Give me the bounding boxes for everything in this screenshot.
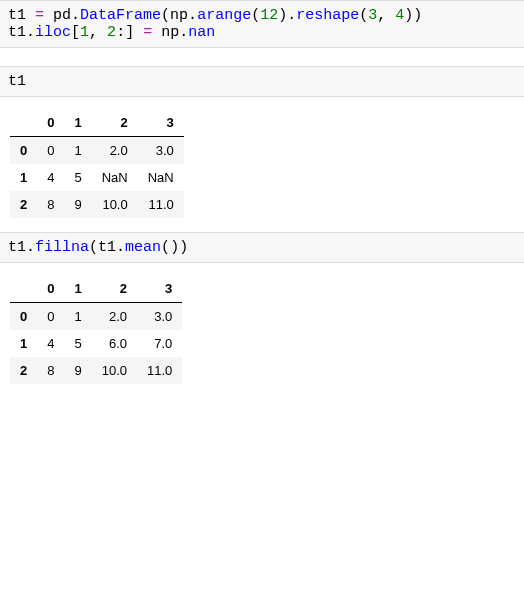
table-cell: 9 <box>64 191 91 218</box>
code-token: mean <box>125 239 161 256</box>
code-token: ) <box>413 7 422 24</box>
table-cell: 2.0 <box>92 303 137 331</box>
table-col-header: 3 <box>138 109 184 137</box>
code-token: ( <box>89 239 98 256</box>
table-row-header: 2 <box>10 191 37 218</box>
table-col-header: 2 <box>92 275 137 303</box>
code-token: ] <box>125 24 134 41</box>
code-token: 4 <box>395 7 404 24</box>
table-cell: 5 <box>64 330 91 357</box>
table-cell: 11.0 <box>137 357 182 384</box>
code-token: . <box>188 7 197 24</box>
code-token: 3 <box>368 7 377 24</box>
table-cell: 10.0 <box>92 357 137 384</box>
code-token: DataFrame <box>80 7 161 24</box>
table-cell: 3.0 <box>138 137 184 165</box>
table-cell: 0 <box>37 137 64 165</box>
code-token: 1 <box>80 24 89 41</box>
table-row: 0 0 1 2.0 3.0 <box>10 137 184 165</box>
code-cell-2: t1 <box>0 66 524 97</box>
table-cell: 1 <box>64 303 91 331</box>
code-token: reshape <box>296 7 359 24</box>
code-cell-3: t1.fillna(t1.mean()) <box>0 232 524 263</box>
table-row-header: 1 <box>10 164 37 191</box>
dataframe-table-1: 0 1 2 3 0 0 1 2.0 3.0 1 4 5 NaN NaN 2 8 … <box>10 109 184 218</box>
code-token: ) <box>170 239 179 256</box>
code-token <box>98 24 107 41</box>
table-col-header: 3 <box>137 275 182 303</box>
output-area-1: 0 1 2 3 0 0 1 2.0 3.0 1 4 5 NaN NaN 2 8 … <box>0 97 524 232</box>
code-token: nan <box>188 24 215 41</box>
table-cell: 4 <box>37 330 64 357</box>
table-row: 2 8 9 10.0 11.0 <box>10 191 184 218</box>
code-token: ) <box>278 7 287 24</box>
table-cell: 8 <box>37 357 64 384</box>
table-corner <box>10 275 37 303</box>
table-cell: 1 <box>64 137 91 165</box>
code-token: . <box>71 7 80 24</box>
table-cell: NaN <box>138 164 184 191</box>
code-token: = <box>26 7 53 24</box>
table-row-header: 1 <box>10 330 37 357</box>
table-cell: 4 <box>37 164 64 191</box>
table-cell: 2.0 <box>92 137 138 165</box>
code-token: pd <box>53 7 71 24</box>
code-token: t1 <box>8 7 26 24</box>
code-token: t1 <box>98 239 116 256</box>
code-token: . <box>116 239 125 256</box>
code-token: iloc <box>35 24 71 41</box>
code-token: = <box>134 24 161 41</box>
table-row: 1 4 5 6.0 7.0 <box>10 330 182 357</box>
output-area-2: 0 1 2 3 0 0 1 2.0 3.0 1 4 5 6.0 7.0 2 8 … <box>0 263 524 398</box>
table-cell: 8 <box>37 191 64 218</box>
code-token: ( <box>161 239 170 256</box>
table-col-header: 1 <box>64 109 91 137</box>
code-token: . <box>287 7 296 24</box>
table-cell: NaN <box>92 164 138 191</box>
code-token: arange <box>197 7 251 24</box>
code-token: ( <box>161 7 170 24</box>
table-cell: 5 <box>64 164 91 191</box>
table-col-header: 2 <box>92 109 138 137</box>
table-cell: 3.0 <box>137 303 182 331</box>
code-token: . <box>26 239 35 256</box>
table-col-header: 0 <box>37 275 64 303</box>
code-token: ( <box>359 7 368 24</box>
code-token: ) <box>179 239 188 256</box>
code-token: [ <box>71 24 80 41</box>
table-row-header: 0 <box>10 137 37 165</box>
code-token: np <box>161 24 179 41</box>
code-token: t1 <box>8 24 26 41</box>
code-token: 12 <box>260 7 278 24</box>
code-token: . <box>26 24 35 41</box>
table-cell: 7.0 <box>137 330 182 357</box>
code-token: 2 <box>107 24 116 41</box>
table-col-header: 0 <box>37 109 64 137</box>
code-token: , <box>377 7 386 24</box>
table-row-header: 2 <box>10 357 37 384</box>
code-token: ( <box>251 7 260 24</box>
table-row: 1 4 5 NaN NaN <box>10 164 184 191</box>
table-row: 0 0 1 2.0 3.0 <box>10 303 182 331</box>
dataframe-table-2: 0 1 2 3 0 0 1 2.0 3.0 1 4 5 6.0 7.0 2 8 … <box>10 275 182 384</box>
table-row-header: 0 <box>10 303 37 331</box>
table-corner <box>10 109 37 137</box>
code-token: ) <box>404 7 413 24</box>
code-token: , <box>89 24 98 41</box>
code-token: t1 <box>8 239 26 256</box>
code-cell-1: t1 = pd.DataFrame(np.arange(12).reshape(… <box>0 0 524 48</box>
code-token <box>386 7 395 24</box>
table-row: 2 8 9 10.0 11.0 <box>10 357 182 384</box>
code-token: np <box>170 7 188 24</box>
table-cell: 10.0 <box>92 191 138 218</box>
table-col-header: 1 <box>64 275 91 303</box>
table-cell: 11.0 <box>138 191 184 218</box>
table-cell: 6.0 <box>92 330 137 357</box>
code-token: . <box>179 24 188 41</box>
code-token: : <box>116 24 125 41</box>
table-cell: 9 <box>64 357 91 384</box>
code-token: t1 <box>8 73 26 90</box>
code-token: fillna <box>35 239 89 256</box>
table-cell: 0 <box>37 303 64 331</box>
